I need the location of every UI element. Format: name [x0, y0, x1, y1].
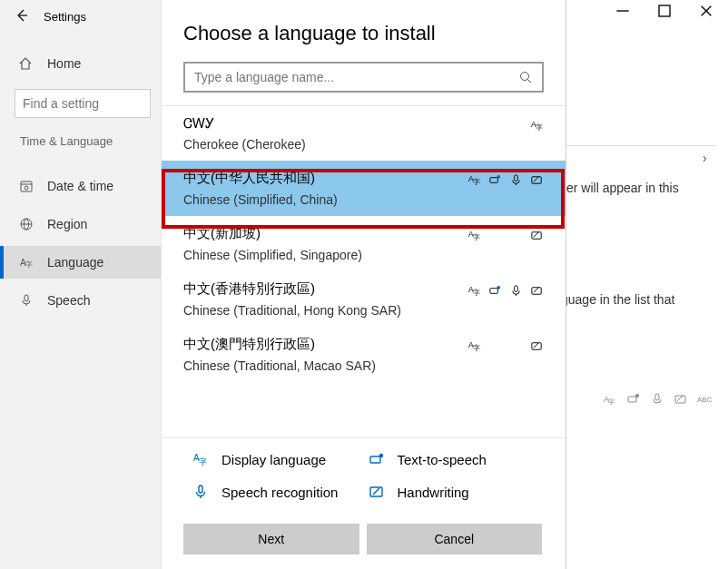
cancel-button[interactable]: Cancel	[367, 524, 543, 554]
bg-text-1: er will appear in this	[566, 181, 679, 195]
sidebar-item-label: Date & time	[47, 179, 113, 193]
display-icon: A字	[603, 392, 617, 407]
language-item-chinese-traditional-macao[interactable]: 中文(澳門特別行政區) Chinese (Traditional, Macao …	[162, 327, 566, 382]
svg-text:字: 字	[536, 123, 543, 132]
svg-rect-45	[532, 343, 541, 350]
language-item-chinese-simplified-singapore[interactable]: 中文(新加坡) Chinese (Simplified, Singapore) …	[162, 216, 566, 271]
legend-display: A字 Display language	[192, 451, 369, 467]
language-icon: A字	[18, 255, 34, 270]
language-english-name: Chinese (Traditional, Macao SAR)	[183, 358, 544, 373]
svg-point-22	[521, 73, 529, 81]
sidebar-item-label: Speech	[47, 293, 90, 308]
display-icon: A字	[467, 284, 481, 298]
svg-point-29	[497, 175, 500, 179]
mic-icon	[650, 392, 664, 407]
language-install-dialog: Choose a language to install Type a lang…	[162, 0, 566, 569]
svg-rect-30	[515, 175, 518, 181]
handwriting-icon	[530, 339, 544, 353]
back-button[interactable]	[15, 8, 29, 23]
svg-text:字: 字	[199, 457, 207, 466]
close-button[interactable]	[699, 4, 721, 18]
home-icon	[18, 56, 34, 71]
bg-icon-row: A字 ABC	[603, 392, 712, 407]
home-nav[interactable]: Home	[0, 49, 161, 78]
language-item-chinese-simplified-china[interactable]: 中文(中华人民共和国) Chinese (Simplified, China) …	[162, 161, 566, 216]
svg-line-23	[528, 80, 532, 83]
chevron-right-icon: ›	[703, 151, 707, 165]
calendar-icon	[18, 179, 34, 193]
svg-text:字: 字	[473, 233, 480, 241]
home-label: Home	[47, 56, 81, 71]
svg-point-49	[379, 454, 382, 457]
display-icon: A字	[467, 173, 481, 187]
maximize-button[interactable]	[657, 4, 679, 18]
legend-handwriting: Handwriting	[369, 484, 545, 500]
language-item-cherokee[interactable]: ᏣᎳᎩ Cherokee (Cherokee) A字	[162, 106, 566, 161]
category-label: Time & Language	[20, 134, 150, 148]
svg-text:字: 字	[608, 398, 615, 405]
tts-icon	[488, 173, 502, 187]
sidebar-item-region[interactable]: Region	[0, 208, 161, 240]
tts-icon	[369, 451, 385, 467]
language-english-name: Chinese (Traditional, Hong Kong SAR)	[183, 303, 544, 318]
svg-rect-20	[675, 396, 685, 403]
sidebar-item-label: Region	[47, 217, 87, 231]
svg-rect-40	[515, 286, 518, 292]
svg-text:字: 字	[25, 260, 33, 269]
language-native-name: ᏣᎳᎩ	[183, 115, 544, 132]
handwriting-icon	[530, 173, 544, 187]
svg-rect-48	[370, 456, 380, 463]
spellcheck-icon: ABC	[697, 392, 712, 407]
handwriting-icon	[369, 484, 385, 500]
minimize-button[interactable]	[615, 4, 637, 18]
svg-rect-13	[25, 295, 28, 301]
legend-tts: Text-to-speech	[369, 451, 545, 467]
find-setting-input[interactable]: Find a setting	[15, 89, 151, 118]
display-icon: A字	[467, 339, 481, 353]
mic-icon	[18, 293, 34, 308]
svg-rect-42	[532, 288, 541, 295]
svg-text:字: 字	[473, 178, 480, 186]
dialog-title: Choose a language to install	[162, 0, 566, 56]
app-title: Settings	[44, 10, 86, 24]
language-item-chinese-traditional-hk[interactable]: 中文(香港特別行政區) Chinese (Traditional, Hong K…	[162, 271, 566, 327]
svg-text:字: 字	[473, 344, 480, 352]
language-search-input[interactable]: Type a language name...	[183, 62, 544, 93]
svg-rect-28	[490, 178, 497, 183]
svg-rect-50	[199, 486, 202, 493]
feature-legend: A字 Display language Text-to-speech Speec…	[162, 437, 566, 516]
mic-icon	[509, 284, 523, 298]
legend-speech: Speech recognition	[192, 484, 369, 500]
handwriting-icon	[674, 392, 688, 407]
mic-icon	[192, 484, 209, 500]
next-button[interactable]: Next	[183, 524, 359, 554]
sidebar-item-speech[interactable]: Speech	[0, 284, 161, 317]
svg-point-18	[635, 394, 639, 397]
svg-rect-35	[532, 232, 541, 240]
sidebar-item-label: Language	[47, 255, 103, 270]
svg-rect-32	[532, 177, 541, 184]
display-icon: A字	[530, 119, 544, 132]
language-english-name: Chinese (Simplified, China)	[183, 192, 544, 207]
sidebar-item-language[interactable]: A字 Language	[0, 246, 161, 279]
svg-rect-19	[655, 394, 659, 400]
display-icon: A字	[467, 229, 481, 242]
tts-icon	[488, 284, 502, 298]
sidebar-item-date-time[interactable]: Date & time	[0, 170, 161, 202]
svg-text:ABC: ABC	[697, 396, 712, 404]
svg-rect-1	[659, 5, 670, 16]
tts-icon	[626, 392, 641, 407]
handwriting-icon	[530, 229, 544, 242]
display-icon: A字	[192, 451, 209, 467]
mic-icon	[509, 173, 523, 187]
language-english-name: Chinese (Simplified, Singapore)	[183, 248, 544, 262]
svg-rect-38	[490, 289, 497, 294]
language-list: ᏣᎳᎩ Cherokee (Cherokee) A字 中文(中华人民共和国) C…	[162, 105, 566, 437]
svg-text:字: 字	[473, 289, 480, 297]
bg-text-2: guage in the list that	[561, 292, 674, 307]
language-english-name: Cherokee (Cherokee)	[183, 137, 544, 152]
handwriting-icon	[530, 284, 544, 298]
globe-icon	[18, 217, 34, 231]
svg-point-39	[497, 286, 500, 289]
svg-point-7	[25, 186, 28, 190]
